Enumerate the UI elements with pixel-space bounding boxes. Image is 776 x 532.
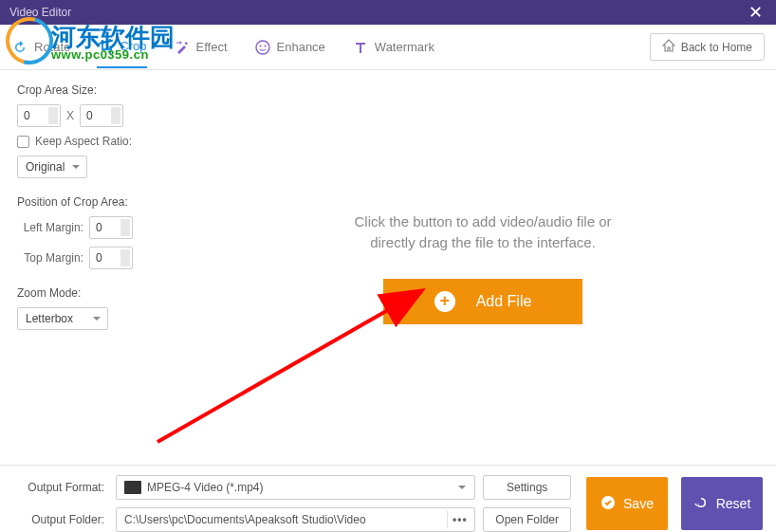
check-icon	[600, 495, 616, 513]
x-separator: X	[66, 109, 74, 122]
output-folder-input[interactable]: C:\Users\pc\Documents\Apeaksoft Studio\V…	[116, 507, 475, 532]
save-button[interactable]: Save	[586, 477, 668, 530]
reset-button[interactable]: Reset	[681, 477, 763, 530]
add-file-label: Add File	[476, 293, 532, 310]
overlay-url-text: www.pc0359.cn	[51, 47, 149, 62]
settings-button[interactable]: Settings	[483, 475, 571, 500]
drop-hint: Click the button to add video/audio file…	[354, 211, 611, 254]
tab-enhance[interactable]: Enhance	[254, 28, 325, 67]
output-format-select[interactable]: MPEG-4 Video (*.mp4)	[116, 475, 475, 500]
open-folder-button[interactable]: Open Folder	[483, 507, 571, 532]
svg-point-1	[259, 45, 261, 46]
svg-point-0	[256, 41, 269, 54]
browse-folder-button[interactable]: •••	[447, 511, 471, 528]
zoom-mode-title: Zoom Mode:	[17, 286, 173, 300]
tab-label: Enhance	[277, 40, 325, 54]
footer-bar: Output Format: MPEG-4 Video (*.mp4) Sett…	[0, 465, 776, 532]
reset-icon	[693, 495, 709, 513]
window-title: Video Editor	[9, 6, 71, 19]
plus-icon: +	[434, 291, 455, 312]
keep-aspect-label: Keep Aspect Ratio:	[35, 135, 132, 148]
watermark-icon	[352, 39, 369, 56]
home-icon	[662, 39, 675, 55]
position-title: Position of Crop Area:	[17, 195, 173, 209]
top-margin-label: Top Margin:	[17, 251, 83, 265]
crop-height-input[interactable]	[80, 104, 123, 127]
zoom-mode-select[interactable]: Letterbox	[17, 307, 108, 330]
add-file-button[interactable]: + Add File	[383, 279, 582, 324]
output-format-label: Output Format:	[13, 481, 108, 494]
tab-label: Effect	[196, 40, 228, 54]
aspect-ratio-select[interactable]: Original	[17, 156, 87, 178]
left-margin-input[interactable]	[89, 216, 133, 239]
enhance-icon	[254, 39, 271, 56]
tab-label: Watermark	[375, 40, 434, 54]
svg-point-2	[264, 45, 266, 46]
top-margin-input[interactable]	[89, 247, 133, 269]
format-icon	[124, 481, 141, 494]
drop-zone[interactable]: Click the button to add video/audio file…	[190, 70, 776, 465]
tab-watermark[interactable]: Watermark	[352, 28, 434, 67]
effect-icon	[174, 39, 191, 56]
close-icon[interactable]: ✕	[745, 2, 767, 23]
crop-area-size-label: Crop Area Size:	[17, 83, 173, 97]
keep-aspect-checkbox[interactable]	[17, 136, 29, 148]
back-home-label: Back to Home	[681, 41, 752, 54]
back-to-home-button[interactable]: Back to Home	[650, 33, 765, 61]
crop-sidebar: Crop Area Size: X Keep Aspect Ratio: Ori…	[0, 70, 190, 465]
left-margin-label: Left Margin:	[17, 221, 83, 234]
output-folder-label: Output Folder:	[13, 513, 108, 526]
crop-width-input[interactable]	[17, 104, 61, 127]
tab-effect[interactable]: Effect	[174, 28, 228, 67]
